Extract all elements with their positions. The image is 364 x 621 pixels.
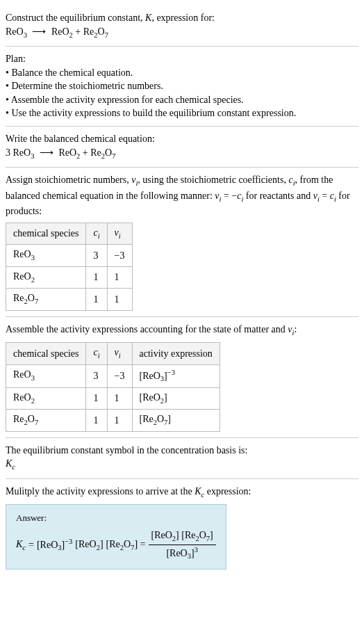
cell-ci: 1 [86, 289, 107, 310]
plus: + [73, 26, 83, 37]
ans-num1: [ReO [151, 530, 172, 540]
ar3-al: [Re [140, 414, 154, 424]
ans-term1: [ReO3]−3 [37, 537, 72, 554]
sub-3: 3 [24, 31, 27, 38]
ar2-ar: ] [164, 392, 167, 403]
ar1-sub: 3 [31, 374, 35, 382]
ans-term3: [Re2O7] = [106, 538, 146, 553]
ar3-sp: Re [13, 414, 24, 424]
basis-K: K [6, 458, 12, 469]
ans-t3: [Re [106, 539, 120, 549]
mult-text1: Mulitply the activity expressions to arr… [6, 486, 195, 497]
sub-7b: 7 [112, 152, 115, 159]
unbalanced-equation: ReO3 ⟶ ReO2 + Re2O7 [6, 25, 358, 40]
reaction-arrow: ⟶ [32, 25, 46, 39]
cell-species: Re2O7 [6, 289, 86, 310]
cell-species: ReO3 [6, 364, 86, 387]
stoich-text4: for reactants and [243, 191, 313, 201]
ar3-ar: ] [167, 414, 171, 424]
cell-ci: 3 [86, 245, 107, 266]
reaction-arrow-b: ⟶ [40, 146, 53, 160]
answer-section: Mulitply the activity expressions to arr… [6, 479, 358, 575]
table-row: ReO2 1 1 [ReO2] [6, 387, 220, 409]
basis-section: The equilibrium constant symbol in the c… [6, 438, 358, 479]
cell-nui: −3 [107, 245, 132, 266]
cell-nui: 1 [107, 289, 132, 310]
stoich-table: chemical species ci νi ReO3 3 −3 ReO2 1 … [6, 223, 133, 311]
species-re2o7-o: O [98, 26, 105, 37]
cell-activity: [Re2O7] [132, 410, 220, 431]
ar2-al: [ReO [140, 392, 160, 403]
act-text1: Assemble the activity expressions accoun… [6, 324, 288, 334]
ans-term2: [ReO2] [75, 538, 103, 553]
prompt-part1: Construct the equilibrium constant, [6, 13, 145, 23]
prompt-text: Construct the equilibrium constant, K, e… [6, 11, 358, 25]
ans-num1o: O [199, 530, 206, 540]
ar3-sub2: 7 [35, 419, 38, 426]
plan-bullet-3: • Assemble the activity expression for e… [6, 93, 358, 107]
species-reo2: ReO [51, 26, 69, 37]
ans-t1: [ReO [37, 540, 58, 550]
table-row: Re2O7 1 1 [6, 289, 133, 310]
r1-sp: ReO [13, 249, 31, 259]
mult-K: K [195, 486, 201, 497]
col-species: chemical species [6, 343, 86, 364]
eq2-eq: = [320, 191, 330, 201]
cell-ci: 1 [86, 266, 107, 288]
ar2-sp: ReO [13, 392, 31, 403]
K-var: K [145, 13, 151, 23]
ci2-i: i [98, 352, 100, 360]
balanced-intro: Write the balanced chemical equation: [6, 132, 358, 146]
species-re2o7-re: Re [83, 26, 94, 37]
ans-num1r: ] [Re [176, 530, 195, 540]
col-nui: νi [107, 343, 132, 364]
ci-i: i [98, 232, 100, 239]
plan-section: Plan: • Balance the chemical equation. •… [6, 47, 358, 127]
col-activity: activity expression [132, 343, 220, 364]
ar1-sp: ReO [13, 369, 31, 380]
cell-ci: 3 [86, 364, 107, 387]
basis-line1: The equilibrium constant symbol in the c… [6, 444, 358, 458]
nui2-i: i [119, 352, 121, 360]
cell-species: ReO2 [6, 266, 86, 288]
cell-nui: −3 [107, 364, 132, 387]
nui-i: i [119, 232, 121, 239]
cell-ci: 1 [86, 387, 107, 409]
cell-species: Re2O7 [6, 410, 86, 431]
prompt-part2: , expression for: [151, 13, 215, 23]
col-ci: ci [86, 223, 107, 244]
cell-activity: [ReO2] [132, 387, 220, 409]
cell-ci: 1 [86, 410, 107, 431]
cell-nui: 1 [107, 266, 132, 288]
table-row: ReO3 3 −3 [6, 245, 133, 266]
balanced-section: Write the balanced chemical equation: 3 … [6, 127, 358, 168]
ans-c: c [22, 544, 26, 551]
ans-den1: [ReO [166, 548, 187, 558]
species-reo2-b: ReO [58, 147, 76, 158]
stoich-intro: Assign stoichiometric numbers, νi, using… [6, 173, 358, 218]
stoich-section: Assign stoichiometric numbers, νi, using… [6, 168, 358, 317]
answer-label: Answer: [16, 512, 216, 524]
cell-nui: 1 [107, 387, 132, 409]
balanced-equation: 3 ReO3 ⟶ ReO2 + Re2O7 [6, 146, 358, 161]
table-row: ReO3 3 −3 [ReO3]−3 [6, 364, 220, 387]
species-re2o7-re-b: Re [90, 147, 101, 158]
activity-table: chemical species ci νi activity expressi… [6, 342, 220, 432]
plan-bullet-4: • Use the activity expressions to build … [6, 106, 358, 120]
cell-activity: [ReO3]−3 [132, 364, 220, 387]
table-row: Re2O7 1 1 [Re2O7] [6, 410, 220, 431]
ans-den1e: 3 [195, 546, 198, 554]
cell-species: ReO3 [6, 245, 86, 266]
ans-denominator: [ReO3]3 [149, 545, 216, 562]
plan-bullet-1: • Balance the chemical equation. [6, 66, 358, 80]
col-nui: νi [107, 223, 132, 244]
col-species: chemical species [6, 223, 86, 244]
answer-equation: Kc = [ReO3]−3 [ReO2] [Re2O7] = [ReO2] [R… [16, 529, 216, 562]
prompt-section: Construct the equilibrium constant, K, e… [6, 6, 358, 47]
basis-kc: Kc [6, 457, 358, 472]
table-header-row: chemical species ci νi [6, 223, 133, 244]
r3-sub2: 7 [35, 298, 38, 305]
cell-nui: 1 [107, 410, 132, 431]
eq1-neg: = − [221, 191, 237, 201]
ans-num1r2: ] [210, 530, 213, 540]
